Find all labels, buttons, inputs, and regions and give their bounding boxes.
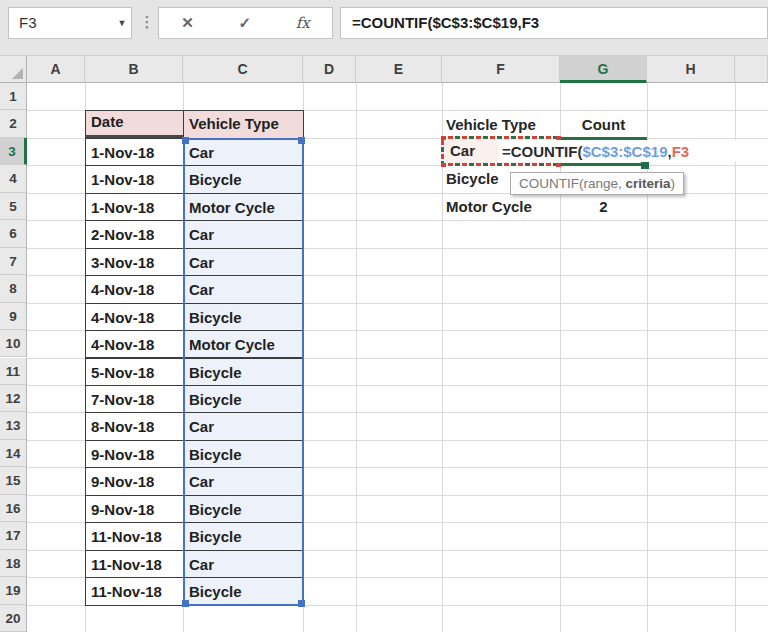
- active-cell-border-bottom: [561, 163, 647, 166]
- cell-B8[interactable]: 4-Nov-18: [85, 275, 184, 303]
- column-header-F[interactable]: F: [442, 56, 560, 83]
- range-handle-bottom-right[interactable]: [298, 600, 305, 607]
- cell-B11[interactable]: 5-Nov-18: [85, 358, 184, 386]
- cell-B16[interactable]: 9-Nov-18: [85, 495, 184, 523]
- cell-F2[interactable]: Vehicle Type: [446, 111, 560, 138]
- row-header-8[interactable]: 8: [0, 275, 27, 302]
- column-header-A[interactable]: A: [27, 56, 85, 83]
- tooltip-prefix: COUNTIF(: [519, 176, 584, 191]
- criteria-ref-nub: [441, 163, 446, 167]
- cell-B4[interactable]: 1-Nov-18: [85, 165, 184, 193]
- row-header-11[interactable]: 11: [0, 358, 27, 385]
- formula-criteria-ref: F3: [672, 143, 690, 160]
- sheet-grid: ABCDEFGH1234567891011121314151617181920D…: [0, 0, 768, 632]
- tooltip-range-arg: range: [584, 176, 619, 191]
- function-tooltip: COUNTIF(range, criteria): [510, 172, 684, 195]
- cell-B15[interactable]: 9-Nov-18: [85, 467, 184, 495]
- row-header-6[interactable]: 6: [0, 220, 27, 247]
- reference-range-outline: [183, 138, 304, 606]
- tooltip-separator: ,: [618, 176, 626, 191]
- criteria-ref-outline-bottom: [441, 163, 561, 166]
- cell-B13[interactable]: 8-Nov-18: [85, 412, 184, 440]
- row-header-5[interactable]: 5: [0, 193, 27, 220]
- fill-handle[interactable]: [641, 162, 649, 169]
- criteria-ref-nub: [441, 136, 446, 140]
- cell-B19[interactable]: 11-Nov-18: [85, 577, 184, 605]
- range-handle-top-right[interactable]: [298, 137, 305, 144]
- active-cell-border-top: [561, 137, 647, 140]
- cell-B3[interactable]: 1-Nov-18: [85, 138, 184, 166]
- row-header-12[interactable]: 12: [0, 385, 27, 412]
- tooltip-criteria-arg: criteria: [626, 176, 671, 191]
- range-handle-top-left[interactable]: [182, 137, 189, 144]
- criteria-ref-outline-left: [441, 136, 444, 166]
- cell-B2[interactable]: Date: [85, 110, 184, 138]
- column-header-partial[interactable]: [735, 56, 768, 83]
- cell-G2[interactable]: Count: [560, 111, 647, 138]
- cell-B14[interactable]: 9-Nov-18: [85, 440, 184, 468]
- column-header-B[interactable]: B: [85, 56, 183, 83]
- cell-B6[interactable]: 2-Nov-18: [85, 220, 184, 248]
- in-cell-formula[interactable]: =COUNTIF($C$3:$C$19,F3: [502, 138, 689, 165]
- cell-G5[interactable]: 2: [560, 193, 647, 220]
- row-header-17[interactable]: 17: [0, 522, 27, 549]
- cell-C2[interactable]: Vehicle Type: [183, 110, 304, 138]
- range-handle-bottom-left[interactable]: [182, 600, 189, 607]
- column-header-E[interactable]: E: [356, 56, 442, 83]
- column-header-C[interactable]: C: [183, 56, 303, 83]
- row-header-14[interactable]: 14: [0, 440, 27, 467]
- formula-range-ref: $C$3:$C$19: [582, 143, 667, 160]
- cell-F5[interactable]: Motor Cycle: [446, 193, 560, 220]
- formula-prefix: =COUNTIF(: [502, 143, 582, 160]
- column-header-D[interactable]: D: [303, 56, 356, 83]
- cell-B18[interactable]: 11-Nov-18: [85, 550, 184, 578]
- criteria-ref-outline-top: [441, 136, 561, 139]
- column-header-H[interactable]: H: [647, 56, 735, 83]
- cell-B7[interactable]: 3-Nov-18: [85, 248, 184, 276]
- cell-B12[interactable]: 7-Nov-18: [85, 385, 184, 413]
- row-header-3[interactable]: 3: [0, 138, 27, 165]
- row-header-7[interactable]: 7: [0, 248, 27, 275]
- column-header-G[interactable]: G: [560, 56, 647, 83]
- row-header-10[interactable]: 10: [0, 330, 27, 357]
- select-all-corner[interactable]: [0, 56, 27, 83]
- excel-window: F3 ▼ ⋮ ✕ ✓ fx =COUNTIF($C$3:$C$19,F3 ABC…: [0, 0, 768, 632]
- row-header-2[interactable]: 2: [0, 110, 27, 137]
- cell-B17[interactable]: 11-Nov-18: [85, 522, 184, 550]
- row-header-18[interactable]: 18: [0, 550, 27, 577]
- row-header-16[interactable]: 16: [0, 495, 27, 522]
- row-header-19[interactable]: 19: [0, 577, 27, 604]
- row-header-9[interactable]: 9: [0, 303, 27, 330]
- select-all-triangle-icon: [12, 68, 23, 79]
- row-header-13[interactable]: 13: [0, 412, 27, 439]
- row-header-15[interactable]: 15: [0, 467, 27, 494]
- cell-B9[interactable]: 4-Nov-18: [85, 303, 184, 331]
- row-header-1[interactable]: 1: [0, 83, 27, 110]
- row-header-20[interactable]: 20: [0, 605, 27, 632]
- row-header-4[interactable]: 4: [0, 165, 27, 192]
- cell-B5[interactable]: 1-Nov-18: [85, 193, 184, 221]
- cell-B10[interactable]: 4-Nov-18: [85, 330, 184, 358]
- tooltip-suffix: ): [671, 176, 676, 191]
